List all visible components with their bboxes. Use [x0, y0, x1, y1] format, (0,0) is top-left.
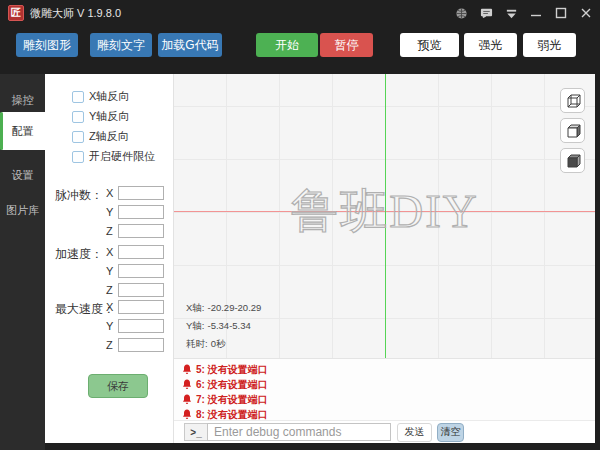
view-solid-button[interactable] [560, 148, 585, 173]
y-reverse-label: Y轴反向 [89, 109, 129, 124]
error-row: 7: 没有设置端口 [182, 392, 595, 407]
prompt-icon: >_ [184, 423, 208, 441]
pulse-y-label: Y [106, 206, 113, 218]
sidebar-tab-settings[interactable]: 设置 [0, 160, 45, 190]
z-reverse-checkbox[interactable] [72, 131, 84, 143]
y-reverse-row: Y轴反向 [72, 110, 129, 123]
hw-limit-row: 开启硬件限位 [72, 150, 155, 163]
preview-button[interactable]: 预览 [400, 33, 459, 57]
pulse-x-label: X [106, 187, 113, 199]
x-range-status: X轴:-20.29-20.29 [186, 302, 261, 315]
sidebar-tab-control[interactable]: 操控 [0, 85, 45, 115]
pulse-x-input[interactable] [118, 186, 164, 200]
send-button[interactable]: 发送 [397, 423, 432, 442]
app-window: 匠 微雕大师 V 1.9.8.0 雕刻图形 雕刻文字 [0, 0, 600, 450]
clear-button[interactable]: 清空 [437, 423, 464, 442]
shaded-cube-icon [565, 123, 581, 139]
accel-y-label: Y [106, 265, 113, 277]
view-wireframe-button[interactable] [560, 88, 585, 113]
pulse-z-input[interactable] [118, 224, 164, 238]
z-reverse-label: Z轴反向 [89, 129, 129, 144]
bell-icon [182, 364, 192, 375]
bell-icon [182, 379, 192, 390]
bell-icon [182, 409, 192, 420]
elapsed-time-status: 耗时:0秒 [186, 338, 225, 351]
hw-limit-label: 开启硬件限位 [89, 149, 155, 164]
x-reverse-row: X轴反向 [72, 90, 129, 103]
title-bar: 匠 微雕大师 V 1.9.8.0 [0, 0, 600, 26]
collapse-dropdown-icon[interactable] [504, 6, 518, 20]
debug-bar: >_ 发送 清空 [174, 420, 595, 443]
view-shaded-button[interactable] [560, 118, 585, 143]
toolbar: 雕刻图形 雕刻文字 加载G代码 开始 暂停 预览 强光 弱光 [0, 26, 600, 74]
accel-z-label: Z [106, 284, 113, 296]
error-row: 5: 没有设置端口 [182, 362, 595, 377]
pulse-y-input[interactable] [118, 205, 164, 219]
accel-y-input[interactable] [118, 264, 164, 278]
bell-icon [182, 394, 192, 405]
maxspeed-z-label: Z [106, 339, 113, 351]
minimize-button[interactable] [529, 6, 543, 20]
maxspeed-y-label: Y [106, 320, 113, 332]
pulse-group-label: 脉冲数： [55, 187, 103, 204]
watermark-text: 鲁班DIY [291, 180, 479, 243]
save-button[interactable]: 保存 [88, 374, 148, 398]
titlebar-icons [454, 0, 593, 26]
config-panel: X轴反向 Y轴反向 Z轴反向 开启硬件限位 脉冲数： X Y Z 加速度： X … [45, 74, 174, 443]
globe-icon[interactable] [454, 6, 468, 20]
error-row: 6: 没有设置端口 [182, 377, 595, 392]
maxspeed-y-input[interactable] [118, 319, 164, 333]
hw-limit-checkbox[interactable] [72, 151, 84, 163]
window-title: 微雕大师 V 1.9.8.0 [30, 0, 121, 26]
pulse-z-label: Z [106, 225, 113, 237]
sidebar-tab-config[interactable]: 配置 [0, 112, 45, 150]
wireframe-cube-icon [565, 93, 581, 109]
strong-light-button[interactable]: 强光 [464, 33, 517, 57]
solid-cube-icon [565, 153, 581, 169]
sidebar: 操控 配置 设置 图片库 [0, 74, 45, 450]
start-button[interactable]: 开始 [256, 33, 318, 57]
accel-z-input[interactable] [118, 283, 164, 297]
accel-x-label: X [106, 246, 113, 258]
app-logo-icon: 匠 [8, 5, 24, 21]
weak-light-button[interactable]: 弱光 [523, 33, 576, 57]
accel-x-input[interactable] [118, 245, 164, 259]
maximize-button[interactable] [554, 6, 568, 20]
pause-button[interactable]: 暂停 [320, 33, 373, 57]
error-console: 5: 没有设置端口 6: 没有设置端口 7: 没有设置端口 8: 没有设置端口 [174, 358, 595, 420]
y-reverse-checkbox[interactable] [72, 111, 84, 123]
sidebar-tab-gallery[interactable]: 图片库 [0, 195, 45, 225]
z-reverse-row: Z轴反向 [72, 130, 129, 143]
message-icon[interactable] [479, 6, 493, 20]
engrave-text-button[interactable]: 雕刻文字 [90, 33, 152, 57]
debug-command-input[interactable] [207, 423, 391, 441]
close-button[interactable] [579, 6, 593, 20]
work-canvas[interactable]: 鲁班DIY X轴:-20.29-20.29 Y轴:-5.34-5.34 耗时:0… [174, 74, 595, 358]
x-reverse-label: X轴反向 [89, 89, 129, 104]
maxspeed-z-input[interactable] [118, 338, 164, 352]
maxspeed-x-input[interactable] [118, 300, 164, 314]
accel-group-label: 加速度： [55, 246, 103, 263]
y-range-status: Y轴:-5.34-5.34 [186, 320, 251, 333]
engrave-image-button[interactable]: 雕刻图形 [16, 33, 78, 57]
x-reverse-checkbox[interactable] [72, 91, 84, 103]
maxspeed-x-label: X [106, 301, 113, 313]
load-gcode-button[interactable]: 加载G代码 [158, 33, 222, 57]
